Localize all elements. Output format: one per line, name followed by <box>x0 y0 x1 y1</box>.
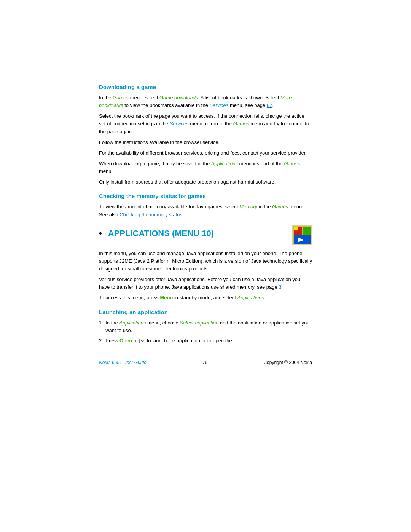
section-downloading: Downloading a game In the Games menu, se… <box>99 84 312 186</box>
services-link-2: Services <box>170 121 189 126</box>
games-link-4: Games <box>272 204 288 209</box>
list-content-2: Press Open or to launch the application … <box>105 337 312 345</box>
page: Downloading a game In the Games menu, se… <box>0 0 411 532</box>
applications-paragraph-2: Various service providers offer Java app… <box>99 276 312 291</box>
applications-menu-icon <box>292 225 312 245</box>
applications-link-3: Applications <box>119 320 146 326</box>
memory-link: Memory <box>239 204 257 209</box>
section-heading-downloading: Downloading a game <box>99 84 312 90</box>
footer-copyright: Copyright © 2004 Nokia <box>263 360 312 365</box>
section-memory-status: Checking the memory status for games To … <box>99 193 312 218</box>
menu-keyword: Menu <box>160 295 173 300</box>
applications-link-2: Applications <box>237 295 264 300</box>
applications-paragraph-3: To access this menu, press Menu in stand… <box>99 294 312 302</box>
paragraph-2: Select the bookmark of the page you want… <box>99 112 312 135</box>
bullet-icon: • <box>99 228 102 238</box>
footer-page-number: 76 <box>202 360 207 365</box>
section-heading-memory: Checking the memory status for games <box>99 193 312 199</box>
list-content-1: In the Applications menu, choose Select … <box>105 319 312 334</box>
svg-rect-3 <box>303 227 311 235</box>
open-keyword: Open <box>119 338 132 343</box>
select-application-link: Select application <box>180 320 218 326</box>
list-number-2: 2 <box>99 337 102 345</box>
games-link-1: Games <box>113 95 129 101</box>
memory-paragraph: To view the amount of memory available f… <box>99 203 312 218</box>
paragraph-6: Only install from sources that offer ade… <box>99 178 312 186</box>
applications-heading: • APPLICATIONS (MENU 10) <box>99 228 214 238</box>
paragraph-1: In the Games menu, select Game downloads… <box>99 94 312 109</box>
list-number-1: 1 <box>99 319 102 334</box>
paragraph-4: For the availability of different browse… <box>99 149 312 157</box>
game-downloads-link: Game downloads <box>159 95 198 101</box>
svg-rect-7 <box>139 339 145 343</box>
list-item-1: 1 In the Applications menu, choose Selec… <box>99 319 312 334</box>
content-area: Downloading a game In the Games menu, se… <box>99 84 312 365</box>
svg-rect-5 <box>294 227 298 230</box>
page-footer: Nokia 6651 User Guide 76 Copyright © 200… <box>99 360 312 365</box>
applications-paragraph-1: In this menu, you can use and manage Jav… <box>99 250 312 273</box>
page-3-link[interactable]: 3 <box>279 284 281 290</box>
applications-heading-text: APPLICATIONS (MENU 10) <box>108 228 214 238</box>
paragraph-3: Follow the instructions available in the… <box>99 139 312 146</box>
checking-memory-link[interactable]: Checking the memory status <box>119 212 182 217</box>
services-link-1: Services <box>209 102 228 108</box>
games-link-3: Games <box>284 161 300 166</box>
page-87-link[interactable]: 87 <box>267 102 272 108</box>
footer-title: Nokia 6651 User Guide <box>99 360 147 365</box>
section-heading-launching: Launching an application <box>99 309 312 315</box>
games-link-2: Games <box>233 121 249 126</box>
paragraph-5: When downloading a game, it may be saved… <box>99 160 312 175</box>
section-applications: • APPLICATIONS (MENU 10) <box>99 225 312 302</box>
navigation-scroll-icon <box>139 338 145 342</box>
applications-link-1: Applications <box>211 161 238 166</box>
applications-heading-wrapper: • APPLICATIONS (MENU 10) <box>99 225 312 245</box>
list-item-2: 2 Press Open or to launch the applicatio… <box>99 337 312 345</box>
section-launching: Launching an application 1 In the Applic… <box>99 309 312 345</box>
